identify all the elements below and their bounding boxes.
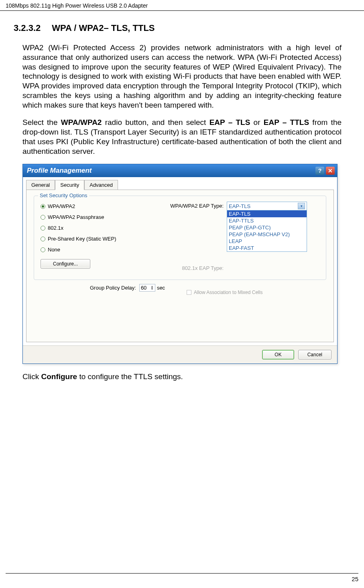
security-options-fieldset: Set Security Options WPA/WPA2 WPA/WPA2 P… — [34, 196, 326, 280]
dialog-titlebar: Profile Management ? ✕ — [23, 164, 337, 177]
radio-icon — [41, 237, 45, 241]
spinner-arrows-icon: ▲▼ — [150, 286, 154, 290]
footer-divider — [6, 573, 358, 574]
tab-strip: General Security Advanced — [23, 177, 337, 190]
eap-option[interactable]: EAP-FAST — [227, 245, 307, 251]
radio-icon — [41, 226, 45, 231]
eap-type-dropdown[interactable]: EAP-TLS ▾ EAP-TLS EAP-TTLS PEAP (EAP-GTC… — [227, 202, 307, 252]
gpd-spinner[interactable]: 60 ▲▼ — [139, 284, 155, 292]
chevron-down-icon: ▾ — [298, 203, 305, 209]
paragraph-1: WPA2 (Wi-Fi Protected Access 2) provides… — [22, 43, 342, 110]
radio-icon — [41, 247, 45, 252]
eap-selected-value: EAP-TLS — [229, 203, 250, 209]
eap-type-label: WPA/WPA2 EAP Type: — [163, 202, 227, 209]
paragraph-3: Click Configure to configure the TTLS se… — [22, 372, 342, 382]
checkbox-icon — [187, 290, 191, 295]
dialog-title: Profile Management — [27, 167, 92, 175]
radio-icon — [41, 215, 45, 220]
close-button[interactable]: ✕ — [326, 167, 335, 175]
dialog-buttons: OK Cancel — [23, 345, 337, 363]
8021x-eap-label: 802.1x EAP Type: — [163, 264, 227, 271]
eap-option[interactable]: EAP-TLS — [227, 210, 307, 217]
eap-option[interactable]: EAP-TTLS — [227, 217, 307, 224]
mixed-cells-checkbox: Allow Association to Mixed Cells — [187, 290, 315, 295]
ok-button[interactable]: OK — [262, 350, 294, 359]
tab-security[interactable]: Security — [55, 180, 84, 190]
configure-button[interactable]: Configure... — [41, 259, 90, 269]
section-number: 3.2.3.2 — [14, 23, 41, 33]
tab-general[interactable]: General — [26, 180, 55, 190]
tab-body: Set Security Options WPA/WPA2 WPA/WPA2 P… — [26, 190, 334, 342]
gpd-label: Group Policy Delay: — [90, 285, 136, 291]
page-number: 25 — [352, 576, 358, 582]
profile-management-dialog: Profile Management ? ✕ General Security … — [22, 164, 338, 364]
help-button[interactable]: ? — [315, 167, 324, 175]
tab-advanced[interactable]: Advanced — [84, 180, 118, 190]
eap-option[interactable]: LEAP — [227, 238, 307, 245]
eap-options-list: EAP-TLS EAP-TTLS PEAP (EAP-GTC) PEAP (EA… — [227, 210, 307, 251]
paragraph-2: Select the WPA/WPA2 radio button, and th… — [22, 118, 342, 156]
section-title: WPA / WPA2– TLS, TTLS — [52, 23, 155, 33]
product-name: 108Mbps 802.11g High Power Wireless USB … — [6, 2, 148, 9]
radio-icon — [41, 204, 45, 209]
eap-option[interactable]: PEAP (EAP-MSCHAP V2) — [227, 231, 307, 238]
fieldset-legend: Set Security Options — [38, 192, 89, 198]
section-heading: 3.2.3.2 WPA / WPA2– TLS, TTLS — [14, 23, 342, 33]
eap-option[interactable]: PEAP (EAP-GTC) — [227, 224, 307, 231]
cancel-button[interactable]: Cancel — [298, 350, 331, 359]
page-header: 108Mbps 802.11g High Power Wireless USB … — [0, 0, 364, 11]
